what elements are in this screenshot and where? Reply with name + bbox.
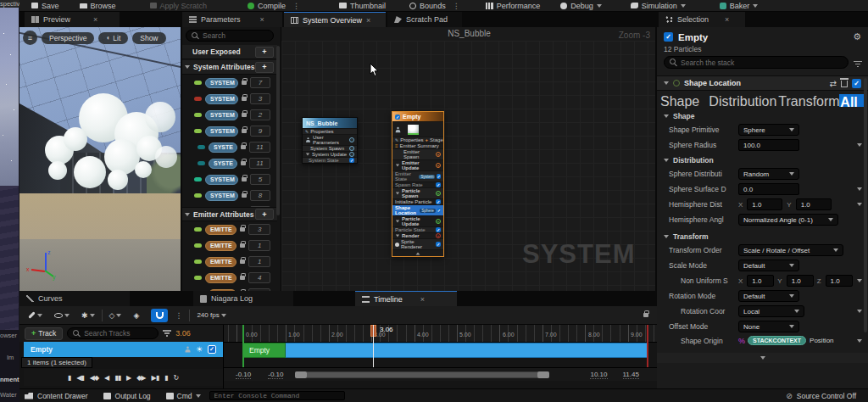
user-exposed-header[interactable]: User Exposed + xyxy=(182,45,277,59)
tab-parameters-close-icon[interactable]: × xyxy=(260,15,264,24)
parameter-row[interactable]: EMITTE1 xyxy=(182,237,277,254)
rotation-mode-dropdown[interactable]: Default xyxy=(738,290,799,302)
non-uniform-x-input[interactable]: 1.0 xyxy=(747,275,774,287)
viewport-show-button[interactable]: Show xyxy=(132,32,165,44)
offset-mode-dropdown[interactable]: None xyxy=(738,321,799,332)
track-row-empty[interactable]: Empty ☀ ✓ xyxy=(24,342,223,357)
parameter-row[interactable]: SYSTE11 xyxy=(182,139,277,155)
timeline-green-clip[interactable]: Empty xyxy=(243,343,286,358)
parameter-pill[interactable]: EMITTE xyxy=(205,225,236,235)
parameters-scrollbar[interactable] xyxy=(276,46,280,215)
shape-primitive-dropdown[interactable]: Sphere xyxy=(738,124,799,136)
scrollbar-handle-left[interactable] xyxy=(295,371,307,378)
track-user-icon[interactable] xyxy=(185,347,190,353)
parameter-row[interactable]: SYSTEM8 xyxy=(182,187,277,204)
range-start-value2[interactable]: -0.10 xyxy=(268,371,283,379)
compile-button[interactable]: Compile⋮ xyxy=(248,2,300,10)
section-shape[interactable]: Shape xyxy=(664,112,695,120)
track-enabled-checkbox[interactable]: ✓ xyxy=(208,345,216,354)
timeline-options-button[interactable] xyxy=(28,314,42,317)
gear-icon[interactable]: ⚙ xyxy=(853,31,861,42)
sun-icon[interactable]: ☀ xyxy=(196,345,203,354)
add-track-button[interactable]: +Track xyxy=(25,327,63,340)
transport-jump-to-end-button[interactable]: ▮ xyxy=(164,374,167,382)
emitter-node-header[interactable]: ✓ Empty xyxy=(392,112,443,121)
row-expand-icon[interactable] xyxy=(857,143,862,147)
track-filter-icon[interactable] xyxy=(163,329,171,338)
transport-frame-forward-button[interactable]: ▶▮ xyxy=(152,374,159,382)
timeline-blue-bar[interactable] xyxy=(266,343,648,358)
sprite-renderer-row[interactable]: Sprite Renderer✓ xyxy=(392,238,443,249)
user-exposed-add-button[interactable]: + xyxy=(255,47,274,58)
timeline-scrollbar[interactable] xyxy=(295,371,549,378)
stack-search[interactable] xyxy=(664,56,849,69)
stage-circle-icon[interactable]: + xyxy=(436,152,441,157)
non-uniform-y-input[interactable]: 1.0 xyxy=(787,275,814,287)
sphere-radius-input[interactable]: 100.0 xyxy=(738,139,799,151)
parameter-row[interactable]: SYSTEM2 xyxy=(182,107,277,123)
tab-distribution[interactable]: Distribution xyxy=(709,94,776,107)
parameter-row[interactable]: EMITTE1 xyxy=(182,254,277,270)
transport-pause-button[interactable]: ▮▮ xyxy=(114,374,120,382)
add-stage-button[interactable]: + xyxy=(426,137,429,142)
tab-timeline-close-icon[interactable]: × xyxy=(420,295,425,304)
parameter-pill[interactable]: SYSTEM xyxy=(205,110,238,120)
timeline-ruler[interactable]: 0.00 1.00 2.00 3.00 4.00 5.00 6.00 7.00 … xyxy=(224,325,657,343)
checkbox-icon[interactable]: ✓ xyxy=(436,182,441,187)
parameter-row[interactable]: SYSTEM5 xyxy=(182,171,277,187)
tab-selection-close-icon[interactable]: × xyxy=(725,15,729,24)
view-options-button[interactable] xyxy=(54,313,70,318)
parameter-pill[interactable]: EMITTE xyxy=(205,257,236,267)
transform-order-dropdown[interactable]: Scale / Rotate / Offset xyxy=(738,244,843,256)
open-icon[interactable]: ○ xyxy=(349,137,354,142)
parameter-row[interactable]: SYSTEM3 xyxy=(182,91,277,107)
parameter-pill[interactable]: SYSTE xyxy=(209,142,237,153)
tab-scratch-pad[interactable]: Scratch Pad xyxy=(387,12,462,27)
tab-niagara-log[interactable]: Niagara Log xyxy=(193,291,293,306)
shuffle-icon[interactable]: ⇄ xyxy=(830,79,837,88)
emitter-attributes-header[interactable]: Emitter Attributes + xyxy=(182,207,277,221)
tab-selection[interactable]: Selection × xyxy=(659,12,745,27)
open-icon[interactable]: ○ xyxy=(349,146,354,151)
stack-filter-icon[interactable] xyxy=(854,59,862,69)
row-expand-icon[interactable] xyxy=(857,310,862,313)
row-expand-icon[interactable] xyxy=(857,279,862,282)
timeline-track-area[interactable]: 0.00 1.00 2.00 3.00 4.00 5.00 6.00 7.00 … xyxy=(223,325,657,388)
emitter-node[interactable]: ✓ Empty ✎Properties+Stage ≡Emitter Summa… xyxy=(392,111,444,257)
snap-options-icon[interactable]: ⋮ xyxy=(175,311,182,320)
tab-all[interactable]: All xyxy=(839,94,865,107)
range-end-value[interactable]: 10.10 xyxy=(590,371,607,379)
stack-search-input[interactable] xyxy=(681,59,843,67)
tab-shape[interactable]: Shape xyxy=(660,94,707,107)
checkbox-icon[interactable]: ✓ xyxy=(437,208,441,213)
row-expand-icon[interactable] xyxy=(857,203,862,206)
sphere-surface-input[interactable]: 0.0 xyxy=(738,183,799,195)
open-icon[interactable]: ○ xyxy=(349,152,354,157)
system-node[interactable]: NS_Bubble ✎Properties User Parameters○ S… xyxy=(302,117,358,164)
snap-button[interactable] xyxy=(151,309,168,322)
module-header[interactable]: Shape Location ⇄ ✓ xyxy=(657,75,868,91)
lock-timeline-button[interactable] xyxy=(643,313,648,317)
thumbnail-button[interactable]: Thumbnail xyxy=(339,2,386,10)
sphere-distribution-dropdown[interactable]: Random xyxy=(738,168,799,180)
shape-origin-badge[interactable]: STACKCONTEXT xyxy=(748,336,806,345)
system-node-properties-row[interactable]: ✎Properties xyxy=(303,128,357,134)
checkbox-icon[interactable]: ✓ xyxy=(437,174,441,179)
parameter-pill[interactable]: SYSTEM xyxy=(205,126,238,137)
baker-button[interactable]: Baker xyxy=(720,2,759,10)
bounds-button[interactable]: Bounds⋮ xyxy=(409,2,460,10)
emitter-thumbnail[interactable] xyxy=(408,125,419,135)
emitter-update-row[interactable]: Emitter Update+ xyxy=(392,159,443,170)
transport-jump-to-start-button[interactable]: ▮ xyxy=(68,374,70,382)
debug-button[interactable]: Debug xyxy=(560,2,602,10)
stage-circle-icon[interactable]: + xyxy=(436,219,441,224)
row-expand-icon[interactable] xyxy=(857,187,862,191)
apply-scratch-button[interactable]: Apply Scratch xyxy=(150,2,208,10)
viewport-lit-button[interactable]: ◐Lit xyxy=(98,32,128,44)
particle-state-row[interactable]: Particle State✓ xyxy=(392,226,443,232)
system-attributes-add-button[interactable]: + xyxy=(255,62,274,73)
tab-transform[interactable]: Transform xyxy=(778,94,837,107)
system-node-spawn-row[interactable]: System Spawn○ xyxy=(303,145,357,151)
tab-parameters[interactable]: Parameters × xyxy=(182,12,282,27)
checkbox-icon[interactable]: ✓ xyxy=(436,199,441,204)
